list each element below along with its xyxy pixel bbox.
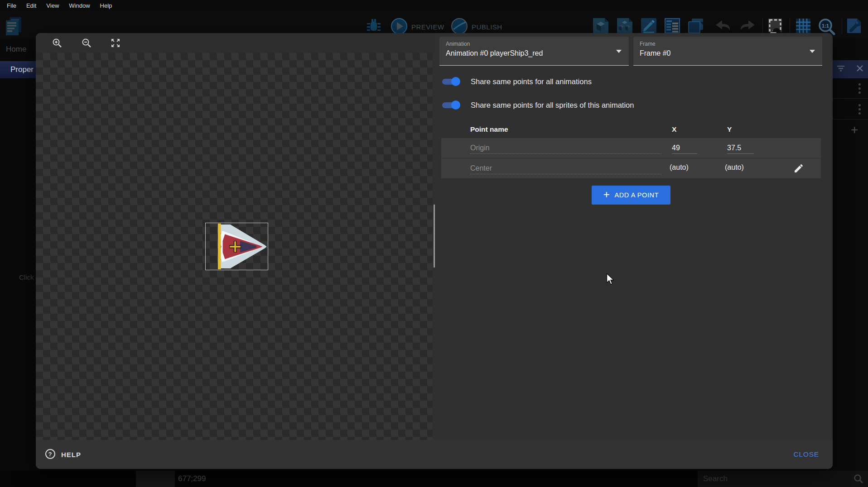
sprite-canvas[interactable]: [36, 53, 433, 440]
menu-bar: File Edit View Window Help: [0, 0, 868, 11]
zoom-one-to-one-icon[interactable]: 1:1: [817, 17, 834, 34]
animation-select-label: Animation: [446, 41, 470, 47]
zoom-out-icon[interactable]: [81, 38, 92, 48]
toggle-label: Share same points for all animations: [471, 77, 592, 86]
close-button[interactable]: CLOSE: [793, 450, 819, 458]
fit-to-view-icon[interactable]: [110, 38, 121, 48]
cursor-coordinates: 677;299: [178, 471, 206, 487]
svg-text:1:1: 1:1: [822, 23, 829, 29]
edit-center-point-icon[interactable]: [793, 163, 804, 174]
layers-icon[interactable]: [687, 17, 704, 34]
close-panel-icon[interactable]: [856, 65, 863, 74]
chevron-down-icon: [616, 50, 622, 53]
menu-window[interactable]: Window: [64, 2, 95, 9]
preview-label: PREVIEW: [411, 23, 444, 31]
menu-help[interactable]: Help: [95, 2, 117, 9]
point-name-field: [470, 162, 661, 174]
search-icon: [854, 474, 863, 484]
menu-edit[interactable]: Edit: [21, 2, 41, 9]
search-bar: [698, 471, 868, 487]
panel-header: [833, 60, 868, 78]
add-object-icon[interactable]: [592, 17, 609, 34]
point-name-field: [470, 142, 661, 154]
toggle-share-all-animations[interactable]: Share same points for all animations: [435, 73, 833, 90]
properties-icon[interactable]: [664, 17, 681, 34]
plus-icon: +: [603, 188, 610, 201]
add-row-icon[interactable]: +: [851, 123, 858, 137]
grid-icon[interactable]: [795, 17, 812, 34]
status-bar: 677;299: [0, 471, 868, 487]
help-icon: ?: [45, 449, 56, 461]
sprite-selection-box[interactable]: [205, 223, 268, 270]
menu-file[interactable]: File: [2, 2, 21, 9]
tab-properties[interactable]: Proper: [0, 61, 36, 78]
selection-mask-icon[interactable]: [767, 17, 784, 34]
more-options-icon[interactable]: [858, 104, 861, 115]
toggle-share-all-sprites[interactable]: Share same points for all sprites of thi…: [435, 96, 833, 114]
help-button[interactable]: ? HELP: [45, 449, 81, 461]
player-ship-sprite: [206, 223, 268, 270]
menu-view[interactable]: View: [41, 2, 64, 9]
table-row-origin: [441, 138, 821, 158]
app-root: { "titlebar_menu": ["File", "Edit", "Vie…: [0, 0, 868, 487]
properties-hint-text: Click: [19, 273, 34, 281]
add-point-button[interactable]: + ADD A POINT: [592, 186, 670, 205]
publish-label: PUBLISH: [472, 23, 502, 31]
chevron-down-icon: [810, 50, 815, 53]
more-options-icon[interactable]: [858, 83, 861, 94]
frame-select-label: Frame: [640, 41, 656, 47]
filter-icon[interactable]: [837, 65, 845, 73]
canvas-zoom-toolbar: [36, 33, 435, 53]
help-label: HELP: [61, 451, 81, 458]
animation-select-value: Animation #0 playerShip3_red: [446, 49, 543, 57]
points-editor-dialog: Animation Animation #0 playerShip3_red F…: [36, 33, 833, 469]
scene-tools-icon[interactable]: [845, 17, 863, 34]
table-row-center: (auto) (auto): [441, 158, 821, 178]
sprite-canvas-area: [36, 33, 435, 440]
center-y-value: (auto): [725, 163, 744, 172]
objects-list-icon[interactable]: [616, 17, 633, 34]
origin-x-field[interactable]: [672, 142, 697, 154]
edit-scene-icon[interactable]: [640, 17, 657, 34]
origin-y-field[interactable]: [727, 142, 754, 154]
tab-home[interactable]: Home: [6, 45, 26, 54]
debug-icon[interactable]: [365, 17, 382, 34]
object-row: [833, 99, 868, 119]
center-x-value: (auto): [670, 163, 689, 172]
toolbar-separator: [790, 19, 790, 34]
search-input[interactable]: [703, 471, 839, 487]
add-point-label: ADD A POINT: [614, 191, 659, 199]
mouse-cursor: [606, 273, 614, 287]
animation-select[interactable]: Animation Animation #0 playerShip3_red: [439, 37, 629, 66]
project-manager-icon[interactable]: [4, 16, 23, 36]
toolbar-separator: [842, 19, 842, 34]
status-block: [136, 471, 175, 487]
svg-text:?: ?: [48, 450, 53, 457]
zoom-in-icon[interactable]: [52, 38, 63, 48]
background-right-panel: +: [833, 38, 868, 471]
frame-select-value: Frame #0: [640, 49, 670, 57]
header-point-name: Point name: [470, 125, 508, 134]
frame-select[interactable]: Frame Frame #0: [633, 37, 822, 66]
toggle-switch-icon[interactable]: [441, 77, 462, 86]
toolbar-separator: [762, 19, 763, 34]
object-row: [833, 78, 868, 99]
toggle-switch-icon[interactable]: [441, 100, 462, 110]
header-y: Y: [727, 125, 732, 134]
header-x: X: [672, 125, 676, 134]
dialog-footer: ? HELP CLOSE: [36, 440, 833, 469]
toggle-label: Share same points for all sprites of thi…: [471, 101, 634, 110]
points-panel: Animation Animation #0 playerShip3_red F…: [435, 33, 833, 440]
points-table-header: Point name X Y: [435, 122, 833, 138]
